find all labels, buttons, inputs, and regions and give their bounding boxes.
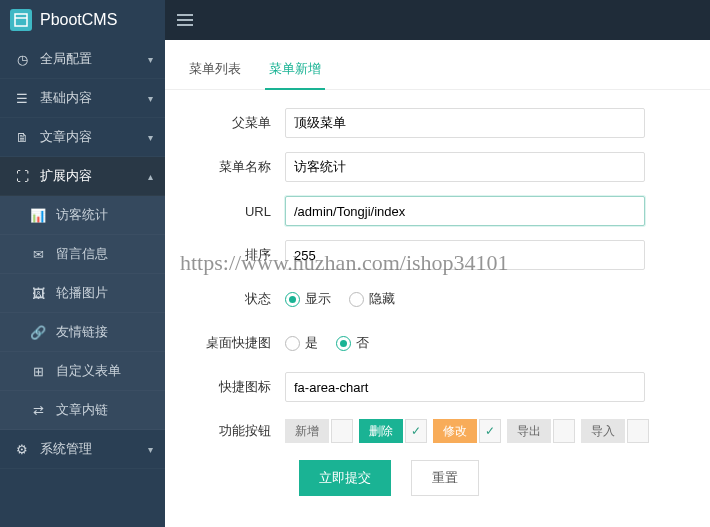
tabs: 菜单列表 菜单新增 bbox=[165, 40, 710, 90]
shortcut-icon-input[interactable] bbox=[285, 372, 645, 402]
sort-label: 排序 bbox=[185, 246, 285, 264]
fn-modify-toggle[interactable]: 修改✓ bbox=[433, 419, 501, 443]
expand-icon: ⛶ bbox=[12, 169, 32, 184]
grid-icon: ⊞ bbox=[28, 364, 48, 379]
fn-label: 删除 bbox=[359, 419, 403, 443]
fn-label: 导入 bbox=[581, 419, 625, 443]
fn-export-toggle[interactable]: 导出 bbox=[507, 419, 575, 443]
radio-icon bbox=[349, 292, 364, 307]
radio-label: 显示 bbox=[305, 290, 331, 308]
mail-icon: ✉ bbox=[28, 247, 48, 262]
list-icon: ☰ bbox=[12, 91, 32, 106]
sidebar-item-article[interactable]: 🗎 文章内容 ▾ bbox=[0, 118, 165, 157]
link-icon: 🔗 bbox=[28, 325, 48, 340]
fn-label: 导出 bbox=[507, 419, 551, 443]
sidebar-item-label: 友情链接 bbox=[56, 323, 153, 341]
function-buttons-label: 功能按钮 bbox=[185, 422, 285, 440]
desktop-yes-radio[interactable]: 是 bbox=[285, 334, 318, 352]
reset-button[interactable]: 重置 bbox=[411, 460, 479, 496]
sidebar: ◷ 全局配置 ▾ ☰ 基础内容 ▾ 🗎 文章内容 ▾ ⛶ 扩展内容 ▴ 📊 访客… bbox=[0, 40, 165, 527]
checkbox-icon: ✓ bbox=[479, 419, 501, 443]
caret-down-icon: ▾ bbox=[148, 132, 153, 143]
hamburger-toggle[interactable] bbox=[165, 0, 205, 40]
sidebar-item-global[interactable]: ◷ 全局配置 ▾ bbox=[0, 40, 165, 79]
status-hide-radio[interactable]: 隐藏 bbox=[349, 290, 395, 308]
fn-delete-toggle[interactable]: 删除✓ bbox=[359, 419, 427, 443]
fn-label: 修改 bbox=[433, 419, 477, 443]
fn-import-toggle[interactable]: 导入 bbox=[581, 419, 649, 443]
radio-label: 隐藏 bbox=[369, 290, 395, 308]
sidebar-item-label: 留言信息 bbox=[56, 245, 153, 263]
logo-icon bbox=[10, 9, 32, 31]
sidebar-item-label: 文章内链 bbox=[56, 401, 153, 419]
menu-name-input[interactable] bbox=[285, 152, 645, 182]
tab-menu-list[interactable]: 菜单列表 bbox=[185, 54, 245, 89]
caret-down-icon: ▾ bbox=[148, 54, 153, 65]
sidebar-item-extend[interactable]: ⛶ 扩展内容 ▴ bbox=[0, 157, 165, 196]
sidebar-sub-visitor-stats[interactable]: 📊 访客统计 bbox=[0, 196, 165, 235]
sort-input[interactable] bbox=[285, 240, 645, 270]
image-icon: 🖼 bbox=[28, 286, 48, 301]
svg-rect-0 bbox=[15, 14, 27, 26]
status-show-radio[interactable]: 显示 bbox=[285, 290, 331, 308]
brand-name: PbootCMS bbox=[40, 11, 117, 29]
shuffle-icon: ⇄ bbox=[28, 403, 48, 418]
sidebar-item-label: 扩展内容 bbox=[40, 167, 148, 185]
url-label: URL bbox=[185, 204, 285, 219]
sidebar-sub-message[interactable]: ✉ 留言信息 bbox=[0, 235, 165, 274]
caret-down-icon: ▾ bbox=[148, 444, 153, 455]
radio-icon bbox=[336, 336, 351, 351]
globe-icon: ◷ bbox=[12, 52, 32, 67]
checkbox-icon: ✓ bbox=[405, 419, 427, 443]
radio-label: 否 bbox=[356, 334, 369, 352]
fn-label: 新增 bbox=[285, 419, 329, 443]
shortcut-icon-label: 快捷图标 bbox=[185, 378, 285, 396]
sidebar-item-label: 系统管理 bbox=[40, 440, 148, 458]
document-icon: 🗎 bbox=[12, 130, 32, 145]
sidebar-sub-links[interactable]: 🔗 友情链接 bbox=[0, 313, 165, 352]
chart-icon: 📊 bbox=[28, 208, 48, 223]
submit-button[interactable]: 立即提交 bbox=[299, 460, 391, 496]
url-input[interactable] bbox=[285, 196, 645, 226]
parent-menu-label: 父菜单 bbox=[185, 114, 285, 132]
checkbox-icon bbox=[553, 419, 575, 443]
checkbox-icon bbox=[627, 419, 649, 443]
sidebar-item-label: 文章内容 bbox=[40, 128, 148, 146]
sidebar-sub-carousel[interactable]: 🖼 轮播图片 bbox=[0, 274, 165, 313]
status-label: 状态 bbox=[185, 290, 285, 308]
checkbox-icon bbox=[331, 419, 353, 443]
desktop-shortcut-label: 桌面快捷图 bbox=[185, 334, 285, 352]
menu-name-label: 菜单名称 bbox=[185, 158, 285, 176]
sidebar-item-label: 全局配置 bbox=[40, 50, 148, 68]
desktop-no-radio[interactable]: 否 bbox=[336, 334, 369, 352]
radio-label: 是 bbox=[305, 334, 318, 352]
sidebar-item-label: 自定义表单 bbox=[56, 362, 153, 380]
menu-form: 父菜单 菜单名称 URL 排序 状态 显示 bbox=[165, 90, 710, 514]
parent-menu-select[interactable] bbox=[285, 108, 645, 138]
radio-icon bbox=[285, 292, 300, 307]
gear-icon: ⚙ bbox=[12, 442, 32, 457]
tab-menu-add[interactable]: 菜单新增 bbox=[265, 54, 325, 90]
sidebar-item-label: 轮播图片 bbox=[56, 284, 153, 302]
main-content: 菜单列表 菜单新增 父菜单 菜单名称 URL 排序 bbox=[165, 40, 710, 527]
sidebar-sub-internal-link[interactable]: ⇄ 文章内链 bbox=[0, 391, 165, 430]
brand-logo[interactable]: PbootCMS bbox=[0, 0, 165, 40]
fn-new-toggle[interactable]: 新增 bbox=[285, 419, 353, 443]
sidebar-item-label: 访客统计 bbox=[56, 206, 153, 224]
caret-down-icon: ▾ bbox=[148, 93, 153, 104]
sidebar-item-basic[interactable]: ☰ 基础内容 ▾ bbox=[0, 79, 165, 118]
caret-up-icon: ▴ bbox=[148, 171, 153, 182]
radio-icon bbox=[285, 336, 300, 351]
sidebar-item-label: 基础内容 bbox=[40, 89, 148, 107]
sidebar-item-system[interactable]: ⚙ 系统管理 ▾ bbox=[0, 430, 165, 469]
sidebar-sub-form[interactable]: ⊞ 自定义表单 bbox=[0, 352, 165, 391]
